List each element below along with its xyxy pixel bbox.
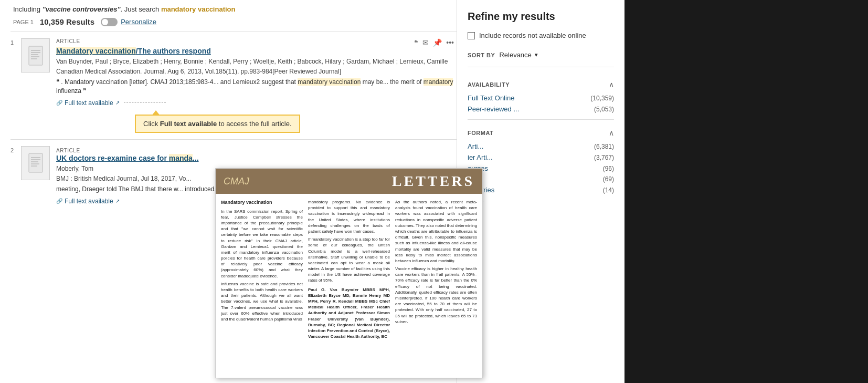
article-thumbnail xyxy=(21,38,50,73)
full-text-online-filter[interactable]: Full Text Online xyxy=(468,94,514,102)
result-actions: ❝ ✉ 📌 ••• xyxy=(414,38,454,47)
result-number: 1 xyxy=(10,38,21,107)
table-row: 1 ARTICLE ❝ xyxy=(10,32,457,113)
list-item: Full Text Online (10,359) xyxy=(468,94,614,102)
preview-section-title: LETTERS xyxy=(392,173,474,190)
preview-article-title: Mandatory vaccination xyxy=(221,199,303,206)
query-italic: "vaccine controversies" xyxy=(43,5,121,13)
mandatory-search-link[interactable]: mandatory vaccination xyxy=(161,5,236,13)
result-source: Canadian Medical Association. Journal, A… xyxy=(56,68,454,75)
result-title[interactable]: Mandatory vaccination/The authors respon… xyxy=(56,47,454,55)
toggle-switch[interactable] xyxy=(101,18,118,26)
title-highlight: manda xyxy=(169,154,193,162)
sort-value-text: Relevance xyxy=(499,51,531,59)
result-authors: Van Buynder, Paul ; Bryce, Elizabeth ; H… xyxy=(56,57,454,66)
preview-col-3: As the authors noted, a recent meta-anal… xyxy=(395,199,477,372)
personalize-label[interactable]: Personalize xyxy=(121,18,156,26)
personalize-toggle[interactable]: Personalize xyxy=(101,18,156,26)
including-text: Including xyxy=(13,5,43,13)
dark-area xyxy=(624,0,868,383)
full-text-link[interactable]: Full text available ↗ xyxy=(56,198,120,205)
full-text-online-count: (10,359) xyxy=(590,95,614,102)
format-arti-count: (6,381) xyxy=(594,143,614,150)
list-item: Arti... (6,381) xyxy=(468,142,614,150)
full-text-link[interactable]: Full text available ↗ xyxy=(56,99,120,107)
result-title[interactable]: UK doctors re-examine case for manda... xyxy=(56,154,454,162)
format-arti-filter[interactable]: Arti... xyxy=(468,142,483,150)
peer-reviewed-filter[interactable]: Peer-reviewed ... xyxy=(468,105,519,113)
preview-header: CMAJ LETTERS xyxy=(216,169,482,194)
sort-value[interactable]: Relevance ▼ xyxy=(499,51,538,59)
preview-col2-para-2: If mandatory vaccination is a step too f… xyxy=(308,236,390,284)
svg-rect-0 xyxy=(29,46,43,65)
sort-by-label: SORT BY xyxy=(468,52,495,58)
preview-para-2: Influenza vaccine is safe and provides n… xyxy=(221,281,303,322)
result-type: ARTICLE xyxy=(56,148,80,153)
preview-col2-para-1: mandatory programs. No evidence is provi… xyxy=(308,199,390,234)
availability-section-header: AVAILABILITY ∧ xyxy=(468,78,614,89)
result-number: 2 xyxy=(10,146,21,205)
results-count: 10,359 Results xyxy=(40,17,94,26)
availability-items: Full Text Online (10,359) Peer-reviewed … xyxy=(468,94,614,113)
preview-body: Mandatory vaccination In the SARS commis… xyxy=(216,194,482,378)
cite-icon[interactable]: ❝ xyxy=(414,38,418,47)
full-text-label: Full text available xyxy=(65,99,113,107)
chevron-down-icon: ▼ xyxy=(534,52,539,58)
title-rest: /The authors respond xyxy=(136,47,211,55)
preview-para-1: In the SARS commission report, Spring of… xyxy=(221,209,303,279)
format-sources-count: (96) xyxy=(603,165,614,172)
availability-toggle[interactable]: ∧ xyxy=(609,80,614,89)
preview-journal-name: CMAJ xyxy=(224,176,249,187)
page-info-bar: PAGE 1 10,359 Results Personalize xyxy=(10,17,457,26)
separator-line xyxy=(124,102,166,103)
article-thumbnail xyxy=(21,146,50,180)
list-item: ources (96) xyxy=(468,164,614,172)
preview-authors: Paul G. Van Buynder MBBS MPH, Elizabeth … xyxy=(308,287,390,340)
peer-reviewed-count: (5,053) xyxy=(594,106,614,113)
format-ier-arti-count: (3,767) xyxy=(594,154,614,161)
tooltip-bold: Full text available xyxy=(160,120,217,128)
section-divider xyxy=(468,119,614,120)
just-search-text: . Just search xyxy=(121,5,161,13)
full-text-label: Full text available xyxy=(65,198,113,205)
preview-col-2: mandatory programs. No evidence is provi… xyxy=(308,199,390,372)
more-icon[interactable]: ••• xyxy=(446,38,454,47)
article-preview: CMAJ LETTERS Mandatory vaccination In th… xyxy=(215,168,483,378)
tooltip-prefix: Click xyxy=(143,120,160,128)
tooltip-suffix: to access the full article. xyxy=(217,120,291,128)
full-text-tooltip: Click Full text available to access the … xyxy=(135,115,300,133)
format-title: FORMAT xyxy=(468,130,493,136)
format-more-link[interactable]: More xyxy=(468,197,614,205)
preview-col-1: Mandatory vaccination In the SARS commis… xyxy=(221,199,303,372)
email-icon[interactable]: ✉ xyxy=(422,38,429,47)
format-ier-arti-filter[interactable]: ier Arti... xyxy=(468,153,493,161)
preview-col3-para-2: Vaccine efficacy is higher in healthy he… xyxy=(395,266,477,325)
format-69-count: (69) xyxy=(603,175,614,183)
format-entries-count: (14) xyxy=(603,187,614,194)
format-section-header: FORMAT ∧ xyxy=(468,126,614,137)
page-label: PAGE 1 xyxy=(13,19,34,25)
format-items: Arti... (6,381) ier Arti... (3,767) ourc… xyxy=(468,142,614,194)
include-online-label: Include records not available online xyxy=(479,31,586,40)
list-item: (69) xyxy=(468,175,614,183)
external-link-icon: ↗ xyxy=(115,100,120,106)
sidebar-title: Refine my results xyxy=(468,11,614,23)
external-link-icon: ↗ xyxy=(115,198,120,204)
format-toggle[interactable]: ∧ xyxy=(609,129,614,137)
result-snippet: ❝ . Mandatory vaccination [letter]. CMAJ… xyxy=(56,78,454,96)
sort-row: SORT BY Relevance ▼ xyxy=(468,51,614,67)
list-item: ier Arti... (3,767) xyxy=(468,153,614,161)
pin-icon[interactable]: 📌 xyxy=(433,38,442,47)
result-body: ARTICLE ❝ ✉ 📌 ••• Mandatory vaccination/… xyxy=(56,38,454,107)
title-highlight: Mandatory vaccination xyxy=(56,47,136,55)
include-online-section: Include records not available online xyxy=(468,31,614,40)
availability-title: AVAILABILITY xyxy=(468,81,510,88)
result-type: ARTICLE xyxy=(56,38,80,44)
svg-rect-6 xyxy=(29,153,43,172)
preview-col3-para-1: As the authors noted, a recent meta-anal… xyxy=(395,199,477,264)
search-context-bar: Including "vaccine controversies". Just … xyxy=(10,5,457,13)
list-item: Peer-reviewed ... (5,053) xyxy=(468,105,614,113)
include-online-checkbox[interactable] xyxy=(468,32,475,39)
list-item: e Entries (14) xyxy=(468,186,614,194)
